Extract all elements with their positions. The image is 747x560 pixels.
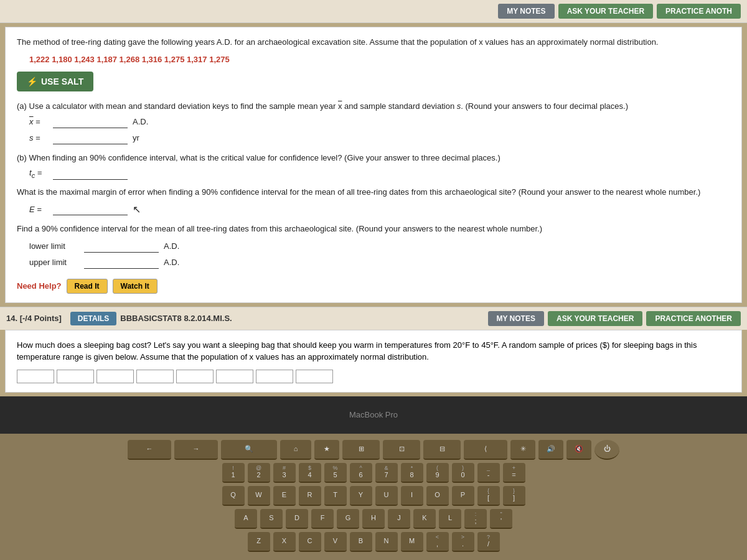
key-exclaim[interactable]: !1: [222, 463, 245, 483]
key-d[interactable]: D: [286, 509, 308, 529]
key-j[interactable]: J: [388, 509, 410, 529]
watch-it-button[interactable]: Watch It: [113, 279, 157, 294]
key-gt[interactable]: >.: [452, 532, 474, 552]
confidence-text: Find a 90% confidence interval for the m…: [17, 223, 730, 235]
key-b[interactable]: B: [350, 532, 372, 552]
top-toolbar: MY NOTES ASK YOUR TEACHER PRACTICE ANOTH: [0, 0, 747, 23]
key-lbrace[interactable]: {[: [477, 486, 500, 506]
s-input[interactable]: [53, 132, 128, 144]
key-monitor[interactable]: ⊟: [423, 440, 461, 460]
need-help-label: Need Help?: [17, 281, 62, 291]
key-u[interactable]: U: [375, 486, 398, 506]
tc-input[interactable]: [53, 167, 128, 180]
problem14-intro: How much does a sleeping bag cost? Let's…: [17, 339, 730, 363]
need-help-row: Need Help? Read It Watch It: [17, 279, 730, 294]
lower-limit-label: lower limit: [29, 241, 79, 251]
data-cell-3[interactable]: [96, 370, 134, 383]
key-at[interactable]: @2: [248, 463, 270, 483]
key-l[interactable]: L: [439, 509, 461, 529]
part-b-section: (b) When finding an 90% confidence inter…: [17, 153, 730, 269]
key-prev[interactable]: ⟨: [464, 440, 507, 460]
key-g[interactable]: G: [337, 509, 359, 529]
keyboard: ← → 🔍 ⌂ ★ ⊞ ⊡ ⊟ ⟨ ✳ 🔊 🔇 ⏻ !1 @2 #3 $4 %5…: [0, 434, 747, 561]
key-r[interactable]: R: [299, 486, 321, 506]
mynotes-button-top[interactable]: MY NOTES: [498, 4, 554, 19]
askteacher-button-top[interactable]: ASK YOUR TEACHER: [558, 4, 653, 19]
key-a[interactable]: A: [235, 509, 257, 529]
kb-row-home: A S D F G H J K L :; "': [12, 509, 735, 529]
key-i[interactable]: I: [401, 486, 423, 506]
key-w[interactable]: W: [248, 486, 270, 506]
details-button[interactable]: DETAILS: [70, 312, 116, 325]
data-cell-1[interactable]: [17, 370, 54, 383]
key-search[interactable]: 🔍: [221, 440, 277, 460]
key-hash[interactable]: #3: [273, 463, 296, 483]
key-q[interactable]: Q: [222, 486, 245, 506]
key-m[interactable]: M: [401, 532, 423, 552]
practice-button-top[interactable]: PRACTICE ANOTH: [657, 4, 741, 19]
key-ampersand[interactable]: &7: [375, 463, 398, 483]
problem14-id: BBBASICSTAT8 8.2.014.MI.S.: [120, 314, 484, 323]
upper-limit-input[interactable]: [84, 256, 159, 269]
key-s[interactable]: S: [260, 509, 283, 529]
key-y[interactable]: Y: [350, 486, 372, 506]
problem14-toolbar: 14. [-/4 Points] DETAILS BBBASICSTAT8 8.…: [0, 307, 747, 330]
key-question[interactable]: ?/: [477, 532, 500, 552]
key-colon[interactable]: :;: [464, 509, 487, 529]
lower-limit-row: lower limit A.D.: [17, 240, 730, 253]
key-x[interactable]: X: [273, 532, 296, 552]
key-asterisk[interactable]: *8: [401, 463, 423, 483]
key-lt[interactable]: <,: [426, 532, 449, 552]
key-quote[interactable]: "': [490, 509, 512, 529]
upper-unit: A.D.: [164, 258, 179, 267]
key-n[interactable]: N: [375, 532, 398, 552]
data-cell-4[interactable]: [136, 370, 174, 383]
e-row: E = ↖: [17, 203, 730, 215]
data-cell-7[interactable]: [256, 370, 293, 383]
use-salt-button[interactable]: ⚡ USE SALT: [17, 72, 93, 91]
data-cell-5[interactable]: [176, 370, 214, 383]
lower-unit: A.D.: [164, 241, 179, 251]
key-rbrace[interactable]: }]: [503, 486, 525, 506]
key-forward[interactable]: →: [174, 440, 218, 460]
key-o[interactable]: O: [426, 486, 449, 506]
read-it-button[interactable]: Read It: [67, 279, 108, 294]
key-star[interactable]: ★: [314, 440, 339, 460]
lower-limit-input[interactable]: [84, 240, 159, 253]
key-volume[interactable]: 🔊: [538, 440, 563, 460]
key-c[interactable]: C: [299, 532, 321, 552]
key-minus[interactable]: _-: [477, 463, 500, 483]
key-f[interactable]: F: [311, 509, 334, 529]
key-v[interactable]: V: [324, 532, 347, 552]
key-k[interactable]: K: [413, 509, 436, 529]
key-mute[interactable]: 🔇: [566, 440, 591, 460]
data-cell-8[interactable]: [296, 370, 333, 383]
key-dollar[interactable]: $4: [299, 463, 321, 483]
key-percent[interactable]: %5: [324, 463, 347, 483]
mynotes-button-14[interactable]: MY NOTES: [488, 311, 544, 326]
xbar-input[interactable]: [53, 116, 128, 128]
key-lparen[interactable]: (9: [426, 463, 449, 483]
e-input[interactable]: [53, 203, 128, 215]
maximal-margin-text: What is the maximal margin of error when…: [17, 186, 730, 198]
practice-button-14[interactable]: PRACTICE ANOTHER: [646, 311, 741, 326]
key-grid[interactable]: ⊞: [342, 440, 380, 460]
data-cell-2[interactable]: [57, 370, 94, 383]
key-plus[interactable]: +=: [503, 463, 525, 483]
kb-row-numbers: !1 @2 #3 $4 %5 ^6 &7 *8 (9 )0 _- +=: [12, 463, 735, 483]
key-brightness-sun[interactable]: ✳: [510, 440, 535, 460]
problem14-box: How much does a sleeping bag cost? Let's…: [5, 330, 742, 393]
key-h[interactable]: H: [362, 509, 385, 529]
key-e[interactable]: E: [273, 486, 296, 506]
key-t[interactable]: T: [324, 486, 347, 506]
askteacher-button-14[interactable]: ASK YOUR TEACHER: [548, 311, 642, 326]
key-home[interactable]: ⌂: [280, 440, 311, 460]
key-caret[interactable]: ^6: [350, 463, 372, 483]
key-p[interactable]: P: [452, 486, 474, 506]
key-rparen[interactable]: )0: [452, 463, 474, 483]
data-cell-6[interactable]: [216, 370, 253, 383]
key-back[interactable]: ←: [128, 440, 171, 460]
key-display[interactable]: ⊡: [383, 440, 420, 460]
key-power[interactable]: ⏻: [594, 440, 619, 460]
key-z[interactable]: Z: [248, 532, 270, 552]
